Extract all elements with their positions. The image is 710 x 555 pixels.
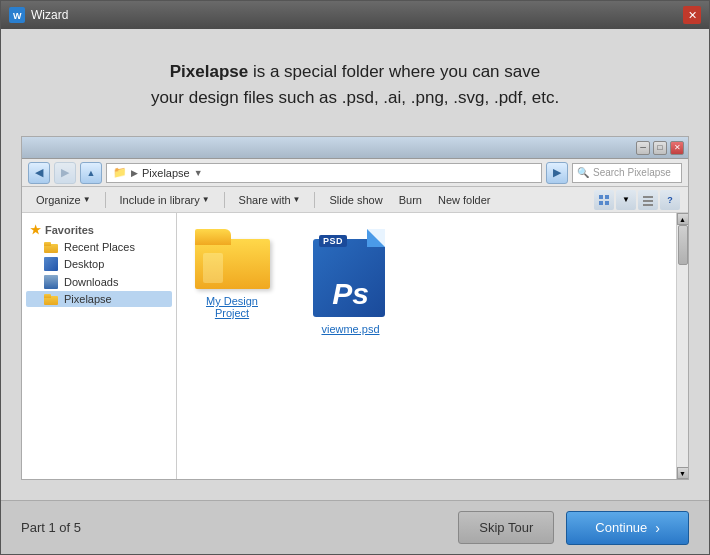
sidebar-item-downloads[interactable]: Downloads [26,273,172,291]
psd-file-icon: PSD Ps [313,229,388,317]
share-with-button[interactable]: Share with ▼ [233,192,307,208]
pixelapse-label: Pixelapse [64,293,112,305]
main-content: Pixelapse is a special folder where you … [1,29,709,500]
description-text2: your design files such as .psd, .ai, .pn… [151,88,559,107]
toolbar-sep-2 [224,192,225,208]
svg-rect-2 [599,195,603,199]
search-icon: 🔍 [577,167,589,178]
ps-logo: Ps [332,279,369,309]
wizard-window: W Wizard ✕ Pixelapse is a special folder… [0,0,710,555]
folder-label: My Design Project [193,295,271,319]
downloads-icon [44,275,58,289]
svg-text:W: W [13,11,22,21]
new-folder-button[interactable]: New folder [432,192,497,208]
sidebar-item-desktop[interactable]: Desktop [26,255,172,273]
svg-rect-3 [605,195,609,199]
scroll-thumb[interactable] [678,225,688,265]
continue-button[interactable]: Continue › [566,511,689,545]
explorer-sidebar: ★ Favorites Recent Places Desktop [22,213,177,479]
wizard-icon: W [9,7,25,23]
downloads-label: Downloads [64,276,118,288]
file-item-folder[interactable]: My Design Project [187,223,277,325]
explorer-maximize-btn[interactable]: □ [653,141,667,155]
window-title: Wizard [31,8,68,22]
file-item-psd[interactable]: PSD Ps viewme.psd [307,223,394,341]
explorer-body: ★ Favorites Recent Places Desktop [22,213,688,479]
scroll-up-button[interactable]: ▲ [677,213,689,225]
sidebar-item-pixelapse[interactable]: Pixelapse [26,291,172,307]
view-list-btn[interactable] [638,190,658,210]
pixelapse-folder-icon [44,294,58,305]
favorites-header[interactable]: ★ Favorites [26,221,172,239]
footer-buttons: Skip Tour Continue › [458,511,689,545]
toolbar-sep-1 [105,192,106,208]
description-text1: is a special folder where you can save [248,62,540,81]
explorer-close-btn[interactable]: ✕ [670,141,684,155]
explorer-controls: ─ □ ✕ [636,141,684,155]
explorer-scrollbar[interactable]: ▲ ▼ [676,213,688,479]
recent-places-label: Recent Places [64,241,135,253]
explorer-address-bar: ◀ ▶ ▲ 📁 ▶ Pixelapse ▼ ▶ 🔍 Search Pixelap… [22,159,688,187]
psd-badge: PSD [319,235,347,247]
folder-large-icon [195,229,270,289]
favorites-section: ★ Favorites Recent Places Desktop [26,221,172,307]
organize-button[interactable]: Organize ▼ [30,192,97,208]
part-label: Part 1 of 5 [21,520,81,535]
svg-rect-5 [605,201,609,205]
close-button[interactable]: ✕ [683,6,701,24]
explorer-window: ─ □ ✕ ◀ ▶ ▲ 📁 ▶ Pixelapse [21,136,689,480]
brand-name: Pixelapse [170,62,248,81]
explorer-toolbar: Organize ▼ Include in library ▼ Share wi… [22,187,688,213]
back-button[interactable]: ◀ [28,162,50,184]
favorites-label: Favorites [45,224,94,236]
title-bar: W Wizard ✕ [1,1,709,29]
explorer-minimize-btn[interactable]: ─ [636,141,650,155]
help-btn[interactable]: ? [660,190,680,210]
explorer-title-bar: ─ □ ✕ [22,137,688,159]
svg-rect-4 [599,201,603,205]
title-bar-left: W Wizard [9,7,68,23]
psd-fold [367,229,385,247]
sidebar-item-recent-places[interactable]: Recent Places [26,239,172,255]
psd-label: viewme.psd [321,323,379,335]
view-icons: ▼ ? [594,190,680,210]
address-go-button[interactable]: ▶ [546,162,568,184]
scroll-down-button[interactable]: ▼ [677,467,689,479]
search-placeholder: Search Pixelapse [593,167,671,178]
address-folder-icon: 📁 [113,166,127,179]
desktop-label: Desktop [64,258,104,270]
star-icon: ★ [30,223,41,237]
svg-rect-8 [643,204,653,206]
burn-button[interactable]: Burn [393,192,428,208]
explorer-main: My Design Project PSD Ps [177,213,676,479]
recent-places-icon [44,242,58,253]
scroll-track [677,225,688,467]
slideshow-button[interactable]: Slide show [323,192,388,208]
view-dropdown-btn[interactable]: ▼ [616,190,636,210]
description-area: Pixelapse is a special folder where you … [21,49,689,120]
skip-tour-button[interactable]: Skip Tour [458,511,554,544]
up-button[interactable]: ▲ [80,162,102,184]
include-in-library-button[interactable]: Include in library ▼ [114,192,216,208]
search-box[interactable]: 🔍 Search Pixelapse [572,163,682,183]
desktop-icon [44,257,58,271]
view-large-icons-btn[interactable] [594,190,614,210]
folder-highlight [203,253,223,283]
toolbar-sep-3 [314,192,315,208]
address-path-text: Pixelapse [142,167,190,179]
svg-rect-7 [643,200,653,202]
svg-rect-6 [643,196,653,198]
chevron-right-icon: › [655,520,660,536]
address-path[interactable]: 📁 ▶ Pixelapse ▼ [106,163,542,183]
forward-button[interactable]: ▶ [54,162,76,184]
bottom-bar: Part 1 of 5 Skip Tour Continue › [1,500,709,554]
continue-label: Continue [595,520,647,535]
